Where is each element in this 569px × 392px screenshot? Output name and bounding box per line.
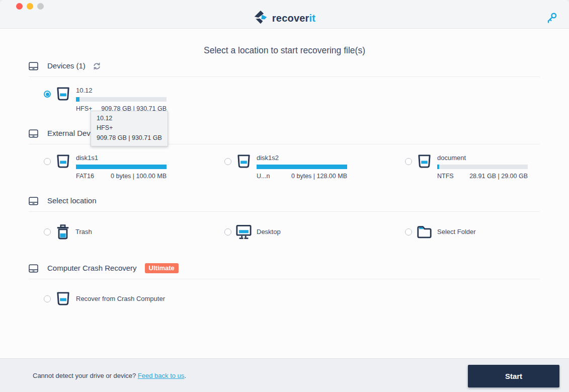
crash-recovery-row[interactable]: Recover from Crash Computer xyxy=(44,291,165,307)
zoom-window-button xyxy=(37,3,44,10)
device-row-10-12[interactable]: 10.12 HFS+ 909.78 GB | 930.71 GB xyxy=(44,86,167,112)
device-meta: FAT16 0 bytes | 100.00 MB xyxy=(76,173,167,180)
device-name: disk1s2 xyxy=(257,153,347,162)
recoverit-window: recoverit Select a location to start rec… xyxy=(0,0,569,392)
device-row-disk1s1[interactable]: disk1s1 FAT16 0 bytes | 100.00 MB xyxy=(44,153,167,180)
section-label-crash-recovery: Computer Crash Recovery xyxy=(47,264,137,273)
device-name: document xyxy=(437,153,528,162)
page-title: Select a location to start recovering fi… xyxy=(0,45,569,56)
close-window-button[interactable] xyxy=(16,3,23,10)
device-tooltip: 10.12 HFS+ 909.78 GB | 930.71 GB xyxy=(91,111,168,146)
location-row-desktop[interactable]: Desktop xyxy=(224,224,281,240)
location-label: Select Folder xyxy=(437,224,476,240)
filesystem-label: FAT16 xyxy=(76,173,94,180)
device-name: 10.12 xyxy=(76,86,167,95)
recoverit-logo-icon xyxy=(254,10,268,26)
start-button[interactable]: Start xyxy=(468,365,559,387)
section-header-devices: Devices (1) xyxy=(29,61,540,77)
radio-disk1s1[interactable] xyxy=(44,158,51,165)
section-label-select-location: Select location xyxy=(47,196,97,205)
hard-drive-icon xyxy=(236,154,252,180)
radio-disk1s2[interactable] xyxy=(224,158,231,165)
device-meta: U...n 0 bytes | 128.00 MB xyxy=(257,173,347,180)
size-label: 0 bytes | 100.00 MB xyxy=(111,173,167,180)
section-header-select-location: Select location xyxy=(29,196,540,212)
device-row-disk1s2[interactable]: disk1s2 U...n 0 bytes | 128.00 MB xyxy=(224,153,347,180)
ultimate-badge: Ultimate xyxy=(145,263,179,273)
radio-trash[interactable] xyxy=(44,228,51,236)
device-row-document[interactable]: document NTFS 28.91 GB | 29.00 GB xyxy=(405,153,528,180)
footer-bar: Cannot detect your drive or device? Feed… xyxy=(0,358,569,392)
activation-key-icon[interactable] xyxy=(546,12,558,24)
drive-section-icon xyxy=(29,62,38,72)
hard-drive-icon xyxy=(55,87,71,112)
tooltip-fs: HFS+ xyxy=(97,123,162,133)
capacity-bar xyxy=(76,97,167,102)
tooltip-size: 909.78 GB | 930.71 GB xyxy=(97,133,162,143)
traffic-lights xyxy=(16,3,44,10)
drive-section-icon xyxy=(29,197,38,207)
tooltip-name: 10.12 xyxy=(97,114,162,123)
radio-desktop[interactable] xyxy=(224,228,231,236)
filesystem-label: U...n xyxy=(257,173,270,180)
size-label: 28.91 GB | 29.00 GB xyxy=(469,173,528,180)
device-name: disk1s1 xyxy=(76,153,167,162)
size-label: 0 bytes | 128.00 MB xyxy=(291,173,347,180)
logo-wordmark: recoverit xyxy=(272,13,315,24)
drive-section-icon xyxy=(29,129,38,140)
footer-help-text: Cannot detect your drive or device? Feed… xyxy=(33,372,186,379)
radio-crash-computer[interactable] xyxy=(44,295,51,302)
capacity-bar xyxy=(437,165,528,169)
footer-period: . xyxy=(184,372,186,379)
filesystem-label: NTFS xyxy=(437,173,454,180)
section-header-crash-recovery: Computer Crash Recovery Ultimate xyxy=(29,264,540,279)
capacity-bar xyxy=(76,165,167,169)
location-row-trash[interactable]: Trash xyxy=(44,224,92,240)
location-row-select-folder[interactable]: Select Folder xyxy=(405,224,476,240)
drive-section-icon xyxy=(29,264,38,275)
title-bar: recoverit xyxy=(0,0,569,29)
hard-drive-icon xyxy=(55,291,71,307)
crash-recovery-label: Recover from Crash Computer xyxy=(76,291,165,307)
refresh-icon[interactable] xyxy=(93,62,101,72)
footer-question: Cannot detect your drive or device? xyxy=(33,372,138,379)
hard-drive-icon xyxy=(55,154,71,180)
filesystem-label: HFS+ xyxy=(76,105,92,112)
capacity-bar xyxy=(257,165,347,169)
feedback-link[interactable]: Feed back to us xyxy=(138,372,185,379)
folder-icon xyxy=(417,224,432,240)
section-label-devices: Devices (1) xyxy=(47,61,86,70)
hard-drive-icon xyxy=(417,154,432,180)
location-label: Desktop xyxy=(257,224,281,240)
device-meta: NTFS 28.91 GB | 29.00 GB xyxy=(437,173,528,180)
recoverit-logo: recoverit xyxy=(0,10,569,26)
minimize-window-button[interactable] xyxy=(27,3,33,10)
location-label: Trash xyxy=(75,224,92,240)
trash-icon xyxy=(55,224,70,240)
radio-select-folder[interactable] xyxy=(405,228,412,236)
radio-document[interactable] xyxy=(405,158,412,165)
desktop-icon xyxy=(236,224,252,240)
radio-device-10-12[interactable] xyxy=(44,91,51,98)
